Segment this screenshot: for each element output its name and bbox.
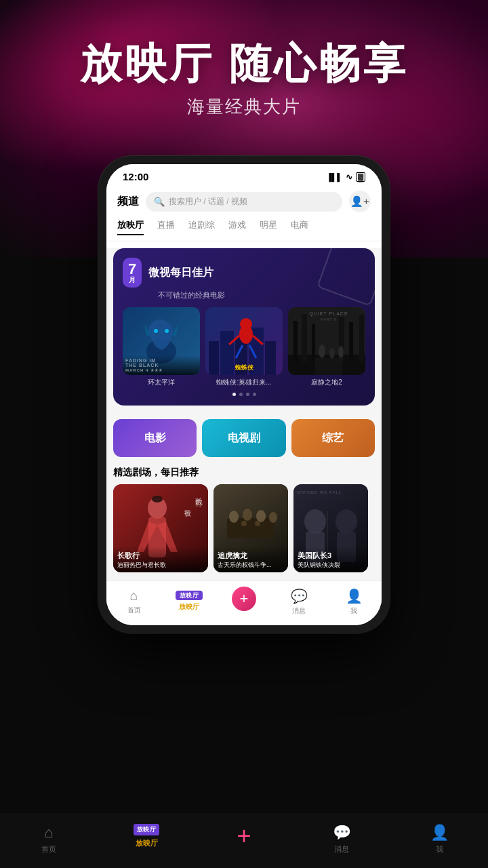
category-movie[interactable]: 电影 xyxy=(113,419,197,457)
drama-img-3: DIVIDED WE FALL 美国 xyxy=(293,484,368,572)
drama-card-1[interactable]: 长歌行 长歌行 迪丽热巴与君长歌 xyxy=(113,484,208,572)
drama-card-3[interactable]: DIVIDED WE FALL 美国 xyxy=(293,484,368,572)
banner-day: 7 xyxy=(128,262,136,277)
theater-badge: 放映厅 xyxy=(176,591,203,600)
phone-nav-theater-label: 放映厅 xyxy=(179,602,199,612)
movie-card-2[interactable]: 蜘蛛侠 蜘蛛侠:英雄归来... xyxy=(205,307,283,387)
phone-nav-me[interactable]: 👤 我 xyxy=(327,588,382,616)
featured-banner[interactable]: 7 月 微视每日佳片 不可错过的经典电影 xyxy=(113,248,375,406)
wifi-icon: ∿ xyxy=(346,172,352,182)
phone-bottom-nav: ⌂ 首页 放映厅 放映厅 + 💬 xyxy=(106,580,382,625)
svg-rect-16 xyxy=(349,322,353,361)
svg-text:DIVIDED WE FALL: DIVIDED WE FALL xyxy=(297,490,342,494)
svg-rect-12 xyxy=(293,321,298,361)
svg-point-9 xyxy=(240,318,252,330)
movie-card-1[interactable]: FADING IMTHE BLACKMARCH 4 ★★★ 环太平洋 xyxy=(123,307,200,387)
drama-desc-3: 美队钢铁侠决裂 xyxy=(298,561,364,570)
svg-rect-17 xyxy=(359,315,364,361)
movie-card-3[interactable]: QUIET PLACE PART II 寂静之地2 xyxy=(288,307,365,387)
svg-rect-14 xyxy=(312,324,315,361)
svg-point-18 xyxy=(319,344,325,358)
phone-nav-home-label: 首页 xyxy=(127,606,141,615)
hero-subtitle: 海量经典大片 xyxy=(0,95,488,119)
tab-stars[interactable]: 明星 xyxy=(260,219,277,235)
tab-live[interactable]: 直播 xyxy=(157,219,175,235)
dot-3 xyxy=(246,393,249,396)
dot-1 xyxy=(232,393,236,396)
nav-tabs: 放映厅 直播 追剧综 游戏 明星 电商 xyxy=(106,219,382,241)
page-nav-me-label: 我 xyxy=(436,844,443,854)
tab-ecommerce[interactable]: 电商 xyxy=(291,219,308,235)
drama-name-2: 追虎擒龙 xyxy=(218,551,284,561)
svg-point-41 xyxy=(336,509,357,534)
recommended-title: 精选剧场，每日推荐 xyxy=(106,464,382,484)
drama-name-3: 美国队长3 xyxy=(298,551,364,561)
quiet-art: QUIET PLACE PART II xyxy=(288,307,365,375)
page-nav-home-label: 首页 xyxy=(41,844,56,854)
app-content: 7 月 微视每日佳片 不可错过的经典电影 xyxy=(106,248,382,625)
movie-img-3: QUIET PLACE PART II xyxy=(288,307,365,375)
plus-button[interactable]: + xyxy=(232,587,256,611)
status-time: 12:00 xyxy=(123,171,148,182)
phone-nav-home[interactable]: ⌂ 首页 xyxy=(106,588,161,616)
category-movie-label: 电影 xyxy=(144,431,166,446)
page-home-icon: ⌂ xyxy=(44,824,53,842)
me-icon: 👤 xyxy=(346,588,363,604)
search-placeholder: 搜索用户 / 话题 / 视频 xyxy=(169,196,247,208)
svg-point-1 xyxy=(154,329,158,333)
svg-point-20 xyxy=(338,346,344,358)
tab-series[interactable]: 追剧综 xyxy=(188,219,215,235)
svg-point-31 xyxy=(229,511,239,523)
svg-rect-13 xyxy=(302,314,307,361)
status-bar: 12:00 ▐▌▌ ∿ ▓ xyxy=(106,164,382,186)
svg-point-2 xyxy=(165,329,169,333)
phone-screen: 12:00 ▐▌▌ ∿ ▓ 频道 🔍 搜索用户 / 话题 / 视频 👤+ xyxy=(106,164,382,625)
tab-theater[interactable]: 放映厅 xyxy=(117,219,144,235)
banner-title: 微视每日佳片 xyxy=(148,266,214,280)
user-add-button[interactable]: 👤+ xyxy=(349,191,371,212)
page-theater-badge: 放映厅 xyxy=(134,824,160,835)
svg-point-39 xyxy=(304,509,326,534)
movie-label-3: 寂静之地2 xyxy=(288,378,365,387)
page-nav-me[interactable]: 👤 我 xyxy=(390,824,488,854)
banner-month: 月 xyxy=(128,277,136,283)
search-icon: 🔍 xyxy=(154,197,165,207)
page-nav-theater-label: 放映厅 xyxy=(136,838,158,848)
page-nav-plus[interactable]: + xyxy=(195,824,293,854)
category-tv-label: 电视剧 xyxy=(228,431,260,446)
category-tv[interactable]: 电视剧 xyxy=(202,419,285,457)
page-nav-messages-label: 消息 xyxy=(334,844,349,854)
phone-nav-messages[interactable]: 💬 消息 xyxy=(272,588,327,616)
page-nav-theater[interactable]: 放映厅 放映厅 xyxy=(98,824,195,854)
banner-subtitle: 不可错过的经典电影 xyxy=(158,290,365,300)
category-variety-label: 综艺 xyxy=(322,431,344,446)
tab-games[interactable]: 游戏 xyxy=(228,219,246,235)
battery-icon: ▓ xyxy=(356,172,365,182)
movie-img-1: FADING IMTHE BLACKMARCH 4 ★★★ xyxy=(123,307,200,375)
page-nav-messages[interactable]: 💬 消息 xyxy=(293,824,390,854)
drama-overlay-2: 追虎擒龙 古天乐的权钱斗争... xyxy=(214,547,288,572)
page-plus-icon[interactable]: + xyxy=(237,824,251,848)
drama-card-2[interactable]: 追虎擒龙 古天乐的权钱斗争... xyxy=(214,484,288,572)
home-icon: ⌂ xyxy=(130,588,138,604)
drama-img-2: 追虎擒龙 古天乐的权钱斗争... xyxy=(214,484,288,572)
svg-text:QUIET PLACE: QUIET PLACE xyxy=(309,311,348,317)
svg-point-33 xyxy=(256,510,266,522)
phone-nav-plus[interactable]: + xyxy=(216,588,271,616)
phone-mockup: 12:00 ▐▌▌ ∿ ▓ 频道 🔍 搜索用户 / 话题 / 视频 👤+ xyxy=(98,156,390,633)
movie-img-2: 蜘蛛侠 xyxy=(205,307,283,375)
drama-img-1: 长歌行 长歌行 迪丽热巴与君长歌 xyxy=(113,484,208,572)
phone-nav-theater[interactable]: 放映厅 放映厅 xyxy=(161,588,216,616)
category-row: 电影 电视剧 综艺 xyxy=(106,412,382,464)
phone-nav-messages-label: 消息 xyxy=(292,606,306,616)
search-bar[interactable]: 🔍 搜索用户 / 话题 / 视频 xyxy=(146,192,342,212)
drama-name-1: 长歌行 xyxy=(117,551,204,561)
svg-rect-21 xyxy=(315,358,342,375)
signal-icon: ▐▌▌ xyxy=(327,173,342,181)
movie-label-2: 蜘蛛侠:英雄归来... xyxy=(205,378,283,387)
page-nav-home[interactable]: ⌂ 首页 xyxy=(0,824,98,854)
category-variety[interactable]: 综艺 xyxy=(291,419,375,457)
drama-desc-2: 古天乐的权钱斗争... xyxy=(218,561,284,570)
svg-point-32 xyxy=(243,509,252,521)
svg-point-36 xyxy=(255,521,260,526)
